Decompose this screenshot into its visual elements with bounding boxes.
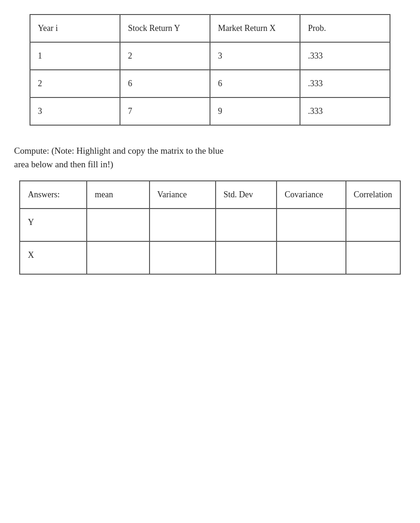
cell-stock-1: 2 [120,42,210,70]
answers-table: Answers: mean Variance Std. Dev Covarian… [19,180,400,275]
table-row: 1 2 3 .333 [30,42,390,70]
cell-covariance-y[interactable] [277,209,345,241]
cell-market-1: 3 [210,42,300,70]
cell-stddev-x[interactable] [216,241,277,274]
cell-prob-1: .333 [300,42,390,70]
table-row: Y [20,209,400,241]
col-header-mean: mean [87,181,149,209]
compute-line2: area below and then fill in!) [14,159,113,169]
col-header-year: Year i [30,15,120,42]
cell-market-2: 6 [210,70,300,97]
cell-stock-2: 6 [120,70,210,97]
top-table-header-row: Year i Stock Return Y Market Return X Pr… [30,15,390,42]
table-row: 2 6 6 .333 [30,70,390,97]
cell-label-y: Y [20,209,87,241]
compute-instructions: Compute: (Note: Highlight and copy the m… [14,144,406,171]
cell-mean-x[interactable] [87,241,149,274]
cell-correlation-y[interactable] [346,209,400,241]
col-header-prob: Prob. [300,15,390,42]
cell-stddev-y[interactable] [216,209,277,241]
cell-prob-2: .333 [300,70,390,97]
cell-prob-3: .333 [300,97,390,125]
table-row: 3 7 9 .333 [30,97,390,125]
col-header-stock: Stock Return Y [120,15,210,42]
cell-year-2: 2 [30,70,120,97]
cell-market-3: 9 [210,97,300,125]
cell-correlation-x[interactable] [346,241,400,274]
col-header-variance: Variance [150,181,216,209]
cell-year-1: 1 [30,42,120,70]
cell-variance-y[interactable] [150,209,216,241]
col-header-answers: Answers: [20,181,87,209]
cell-variance-x[interactable] [150,241,216,274]
cell-covariance-x[interactable] [277,241,345,274]
col-header-correlation: Correlation [346,181,400,209]
cell-mean-y[interactable] [87,209,149,241]
col-header-covariance: Covariance [277,181,345,209]
col-header-market: Market Return X [210,15,300,42]
cell-stock-3: 7 [120,97,210,125]
compute-line1: Compute: (Note: Highlight and copy the m… [14,146,224,156]
col-header-stddev: Std. Dev [216,181,277,209]
bottom-table-container: Answers: mean Variance Std. Dev Covarian… [9,180,411,275]
bottom-table-header-row: Answers: mean Variance Std. Dev Covarian… [20,181,400,209]
top-table-container: Year i Stock Return Y Market Return X Pr… [9,14,411,126]
table-row: X [20,241,400,274]
data-table: Year i Stock Return Y Market Return X Pr… [30,14,390,126]
cell-year-3: 3 [30,97,120,125]
cell-label-x: X [20,241,87,274]
